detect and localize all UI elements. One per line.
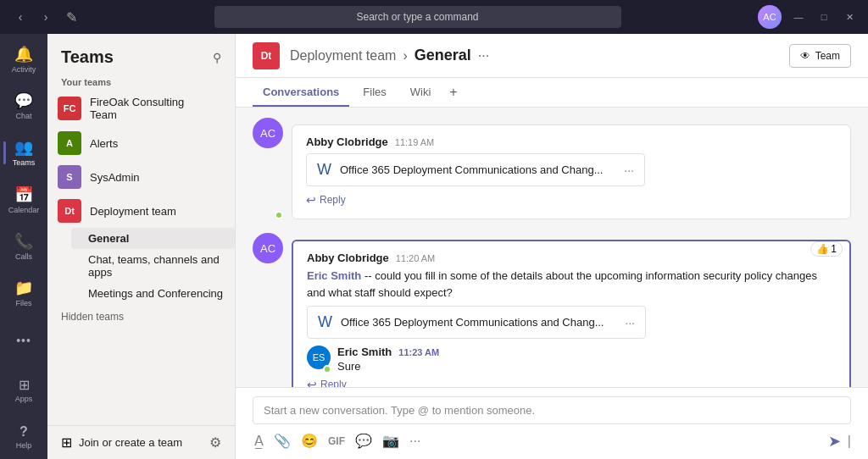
reply-label: Reply	[320, 194, 346, 206]
settings-icon[interactable]: ⚙	[209, 434, 221, 451]
reaction-count: 1	[831, 243, 837, 255]
attachment-name: Office 365 Deployment Communications and…	[341, 316, 616, 329]
sidebar-item-calendar[interactable]: 📅 Calendar	[3, 178, 44, 221]
main-content: Dt Deployment team › General ··· 👁 Team …	[236, 34, 868, 459]
attachment-more-icon[interactable]: ···	[625, 316, 635, 329]
attachment-name: Office 365 Deployment Communications and…	[340, 163, 615, 176]
attach-button[interactable]: 📎	[272, 431, 292, 451]
activity-icon: 🔔	[14, 45, 33, 64]
thread-body: Eric Smith 11:23 AM Sure	[337, 346, 836, 373]
channel-more-icon[interactable]: ···	[478, 48, 489, 64]
icon-rail: 🔔 Activity 💬 Chat 👥 Teams 📅 Calendar 📞 C…	[0, 34, 47, 459]
thread-author: Eric Smith	[337, 346, 392, 358]
word-icon: W	[317, 161, 331, 179]
gif-button[interactable]: GIF	[326, 434, 347, 449]
attachment-more-icon[interactable]: ···	[624, 163, 634, 177]
channel-list: General Chat, teams, channels and apps M…	[47, 228, 235, 304]
team-item-alerts[interactable]: A Alerts ···	[47, 126, 235, 160]
apps-label: Apps	[15, 395, 33, 403]
filter-icon[interactable]: ⚲	[213, 51, 221, 64]
team-avatar-sysadmin: S	[58, 165, 81, 189]
channel-header: Dt Deployment team › General ··· 👁 Team	[236, 34, 868, 78]
channel-item-general[interactable]: General	[71, 228, 235, 249]
back-button[interactable]: ‹	[10, 7, 31, 27]
message-header: Abby Clobridge 11:19 AM	[306, 135, 837, 148]
team-avatar-deployment: Dt	[58, 199, 81, 223]
tab-wiki[interactable]: Wiki	[400, 79, 442, 107]
sidebar: Teams ⚲ Your teams FC FireOak Consulting…	[47, 34, 236, 459]
sidebar-item-chat[interactable]: 💬 Chat	[3, 84, 44, 127]
format-text-button[interactable]: A̲	[253, 431, 265, 451]
join-icon: ⊞	[61, 434, 72, 451]
channel-item-chat-teams[interactable]: Chat, teams, channels and apps	[71, 249, 235, 283]
team-avatar-alerts: A	[58, 131, 81, 155]
sidebar-item-more[interactable]: •••	[3, 318, 44, 362]
sidebar-header: Teams ⚲	[47, 34, 235, 74]
reply-button[interactable]: ↩ Reply	[306, 191, 837, 208]
sidebar-item-files[interactable]: 📁 Files	[3, 272, 44, 315]
thread-text: Sure	[337, 360, 836, 373]
channel-item-meetings[interactable]: Meetings and Conferencing	[71, 283, 235, 304]
search-bar[interactable]: Search or type a command	[214, 6, 621, 28]
avatar-wrap: AC	[253, 233, 283, 387]
compose-icon[interactable]: ✎	[66, 9, 77, 25]
close-button[interactable]: ✕	[841, 8, 858, 25]
team-item-sysadmin[interactable]: S SysAdmin ···	[47, 160, 235, 194]
channel-header-avatar: Dt	[253, 42, 280, 69]
message-time: 11:19 AM	[395, 137, 434, 147]
reaction-badge: 👍 1	[810, 241, 843, 257]
team-item-deployment[interactable]: Dt Deployment team ···	[47, 194, 235, 228]
avatar-initials: AC	[260, 242, 275, 255]
thread-time: 11:23 AM	[398, 347, 439, 357]
teams-label: Teams	[13, 158, 36, 167]
sidebar-footer: ⊞ Join or create a team ⚙	[47, 425, 235, 459]
more-options-button[interactable]: ···	[408, 432, 422, 451]
join-label[interactable]: Join or create a team	[79, 436, 203, 449]
sidebar-item-teams[interactable]: 👥 Teams	[3, 131, 44, 174]
team-button[interactable]: 👁 Team	[789, 44, 851, 68]
channel-separator: ›	[403, 48, 407, 64]
user-avatar[interactable]: AC	[758, 5, 782, 29]
tab-conversations[interactable]: Conversations	[253, 79, 349, 107]
online-indicator	[275, 211, 283, 219]
video-button[interactable]: 📷	[381, 431, 401, 451]
minimize-button[interactable]: —	[790, 8, 807, 25]
titlebar-left: ‹ › ✎	[10, 7, 77, 27]
forward-button[interactable]: ›	[36, 7, 56, 27]
message-author: Abby Clobridge	[306, 135, 388, 148]
message-thread-box-active: 👍 1 Abby Clobridge 11:20 AM Eric Smith -…	[292, 240, 851, 387]
reply-icon: ↩	[307, 378, 317, 387]
files-icon: 📁	[14, 279, 33, 297]
thread-avatar-wrap: ES	[307, 346, 331, 373]
activity-label: Activity	[12, 65, 36, 74]
chat-label: Chat	[15, 112, 31, 120]
reply-button[interactable]: ↩ Reply	[307, 376, 836, 387]
sidebar-item-apps[interactable]: ⊞ Apps	[3, 368, 44, 412]
sidebar-item-activity[interactable]: 🔔 Activity	[3, 37, 44, 80]
maximize-button[interactable]: □	[815, 8, 832, 25]
compose-toolbar: A̲ 📎 😊 GIF 💬 📷 ··· ➤ |	[253, 431, 851, 451]
team-avatar-fireoaks: FC	[58, 97, 81, 120]
titlebar-nav: ‹ ›	[10, 7, 56, 27]
thread-avatar-initials: ES	[313, 352, 326, 362]
channel-tabs: Conversations Files Wiki +	[236, 78, 868, 108]
thread-header: Eric Smith 11:23 AM	[337, 346, 836, 358]
sticker-button[interactable]: 💬	[353, 431, 374, 451]
emoji-button[interactable]: 😊	[299, 431, 320, 451]
more-icon: •••	[16, 334, 31, 347]
channel-name: General	[415, 47, 471, 64]
send-button[interactable]: ➤	[828, 432, 841, 451]
team-item-fireoaks[interactable]: FC FireOak Consulting Team ···	[47, 91, 235, 126]
sidebar-item-calls[interactable]: 📞 Calls	[3, 224, 44, 268]
avatar: AC	[253, 118, 283, 148]
app-layout: 🔔 Activity 💬 Chat 👥 Teams 📅 Calendar 📞 C…	[0, 34, 868, 459]
tab-files[interactable]: Files	[353, 79, 396, 107]
sidebar-item-help[interactable]: ? Help	[3, 416, 44, 459]
message-body: Abby Clobridge 11:19 AM W Office 365 Dep…	[292, 118, 851, 219]
compose-input[interactable]: Start a new conversation. Type @ to ment…	[253, 396, 851, 424]
channel-team-name: Deployment team	[290, 48, 396, 64]
team-name-alerts: Alerts	[90, 137, 206, 150]
search-placeholder: Search or type a command	[356, 11, 478, 23]
thread-online-indicator	[323, 365, 331, 373]
tab-add-button[interactable]: +	[444, 78, 462, 107]
